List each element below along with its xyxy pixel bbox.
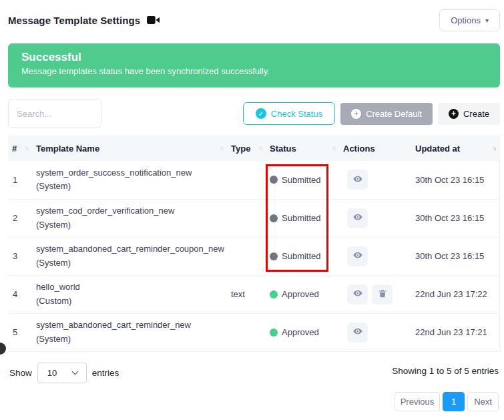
sort-icon[interactable]: ↑↓ (25, 145, 28, 152)
template-name: system_cod_order_verification_new(System… (36, 204, 223, 231)
eye-icon (352, 212, 363, 224)
create-label: Create (463, 109, 489, 119)
view-button[interactable] (347, 170, 368, 190)
table-row: 3 system_abandoned_cart_reminder_coupon_… (8, 237, 499, 275)
create-button[interactable]: + Create (438, 103, 500, 125)
column-header-template-name[interactable]: Template Name ↑↓ (32, 136, 227, 161)
title-wrap: Message Template Settings (8, 15, 160, 26)
sort-icon[interactable]: ↑↓ (220, 145, 223, 152)
status-dot-icon (270, 176, 278, 184)
status-badge: Submitted (270, 175, 335, 185)
column-header-index[interactable]: # ↑↓ (8, 136, 32, 161)
sort-icon[interactable]: ↑↓ (332, 145, 335, 152)
template-type (227, 237, 266, 275)
caret-down-icon: ▾ (485, 17, 489, 24)
page-size-select[interactable]: 10 (37, 363, 87, 383)
create-default-button[interactable]: + Create Default (340, 103, 433, 125)
next-page-button[interactable]: Next (467, 392, 499, 411)
success-alert-title: Successful (21, 51, 487, 64)
table-row: 4 hello_world(Custom) text Approved 22nd… (8, 275, 499, 313)
eye-icon (352, 326, 363, 339)
check-status-label: Check Status (271, 109, 322, 119)
plus-circle-icon: + (351, 109, 361, 119)
table-row: 1 system_order_success_notification_new(… (8, 161, 499, 199)
status-dot-icon (270, 290, 278, 298)
template-type: text (227, 275, 266, 313)
template-name: system_abandoned_cart_reminder_coupon_ne… (36, 242, 223, 269)
page-size-control: Show 10 entries (9, 363, 119, 383)
status-badge: Submitted (270, 251, 335, 261)
previous-page-button[interactable]: Previous (395, 392, 440, 411)
page-1-button[interactable]: 1 (443, 392, 465, 411)
templates-table: # ↑↓ Template Name ↑↓ Type ↑↓ Status ↑↓ (8, 136, 499, 352)
row-index: 4 (8, 275, 32, 313)
delete-button[interactable] (372, 284, 393, 304)
status-dot-icon (270, 252, 278, 260)
search-input[interactable] (8, 99, 101, 128)
status-badge: Submitted (270, 213, 335, 223)
video-camera-icon[interactable] (147, 15, 160, 25)
table-header-row: # ↑↓ Template Name ↑↓ Type ↑↓ Status ↑↓ (8, 136, 499, 161)
options-button[interactable]: Options ▾ (439, 9, 500, 31)
pagination: Previous 1 Next (8, 392, 500, 411)
status-badge: Approved (270, 289, 335, 299)
eye-icon (352, 288, 363, 300)
row-index: 3 (8, 237, 32, 275)
sort-icon[interactable]: ↑↓ (492, 145, 495, 152)
column-header-type[interactable]: Type ↑↓ (227, 136, 266, 161)
trash-icon (378, 288, 387, 300)
updated-at: 30th Oct 23 16:15 (411, 161, 499, 199)
template-name: system_order_success_notification_new(Sy… (36, 166, 223, 193)
options-button-label: Options (451, 15, 481, 25)
page-size-value: 10 (47, 368, 57, 378)
templates-table-wrap: # ↑↓ Template Name ↑↓ Type ↑↓ Status ↑↓ (8, 136, 500, 352)
table-row: 5 system_abandoned_cart_reminder_new(Sys… (8, 313, 499, 351)
check-circle-icon: ✓ (256, 108, 266, 119)
column-header-updated-at[interactable]: Updated at ↑↓ (411, 136, 499, 161)
column-header-actions: Actions (339, 136, 411, 161)
status-badge: Approved (270, 327, 335, 337)
updated-at: 22nd Jun 23 17:21 (411, 313, 499, 351)
template-name: hello_world(Custom) (36, 280, 223, 307)
sort-icon[interactable]: ↑↓ (258, 145, 262, 152)
show-label: Show (9, 368, 32, 378)
status-dot-icon (270, 214, 278, 222)
eye-icon (352, 250, 363, 262)
table-footer: Show 10 entries Showing 1 to 5 of 5 entr… (8, 363, 500, 383)
edge-artifact (0, 343, 6, 355)
success-alert: Successful Message templates status have… (8, 43, 500, 87)
check-status-button[interactable]: ✓ Check Status (243, 102, 335, 125)
entries-summary: Showing 1 to 5 of 5 entries (392, 363, 500, 376)
chevron-down-icon (71, 368, 78, 375)
view-button[interactable] (347, 323, 368, 343)
message-template-settings-page: Message Template Settings Options ▾ Succ… (0, 0, 504, 420)
template-type (227, 313, 266, 351)
row-index: 2 (8, 199, 32, 237)
view-button[interactable] (347, 284, 368, 304)
view-button[interactable] (347, 208, 368, 228)
updated-at: 30th Oct 23 16:15 (411, 199, 499, 237)
table-row: 2 system_cod_order_verification_new(Syst… (8, 199, 499, 237)
column-header-status[interactable]: Status ↑↓ (266, 136, 339, 161)
toolbar-buttons: ✓ Check Status + Create Default + Create (243, 102, 500, 125)
status-dot-icon (270, 329, 278, 337)
row-index: 5 (8, 313, 32, 351)
template-type (227, 161, 266, 199)
template-name: system_abandoned_cart_reminder_new(Syste… (36, 319, 223, 345)
view-button[interactable] (347, 246, 368, 266)
success-alert-message: Message templates status have been synch… (21, 66, 487, 76)
eye-icon (352, 174, 363, 186)
updated-at: 22nd Jun 23 17:22 (411, 275, 499, 313)
page-title: Message Template Settings (8, 15, 140, 26)
row-index: 1 (8, 161, 32, 199)
plus-circle-icon: + (449, 109, 459, 119)
entries-label: entries (92, 368, 119, 378)
create-default-label: Create Default (366, 109, 422, 119)
table-toolbar: ✓ Check Status + Create Default + Create (8, 99, 500, 128)
page-header: Message Template Settings Options ▾ (8, 0, 500, 32)
template-type (227, 199, 266, 237)
updated-at: 30th Oct 23 16:15 (411, 237, 499, 275)
